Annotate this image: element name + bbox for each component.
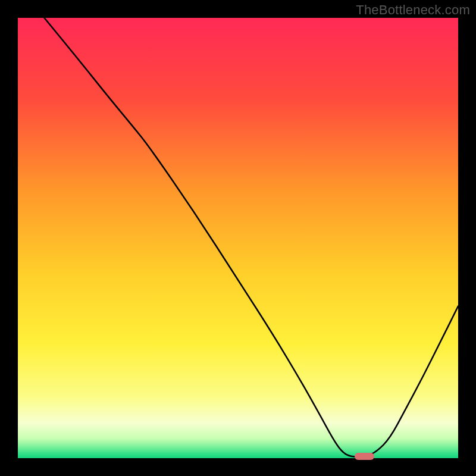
chart-stage: TheBottleneck.com <box>0 0 476 476</box>
optimal-marker <box>355 453 374 460</box>
chart-svg <box>18 18 458 458</box>
plot-area <box>18 18 458 458</box>
gradient-background <box>18 18 458 458</box>
y-axis <box>0 18 18 458</box>
watermark-text: TheBottleneck.com <box>356 2 470 18</box>
x-axis <box>18 458 458 476</box>
